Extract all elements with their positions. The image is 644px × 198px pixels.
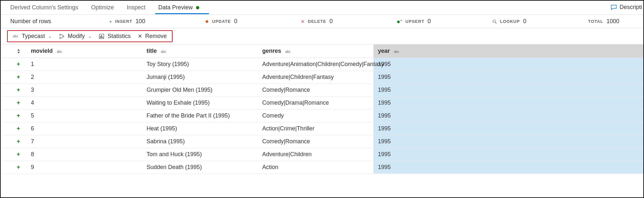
data-table: movieId abc title abc genres abc year ab… xyxy=(1,44,643,174)
cell-movieId: 7 xyxy=(26,135,142,148)
bar-chart-icon xyxy=(99,33,104,39)
cell-year: 1995 xyxy=(373,135,643,148)
plus-icon: + xyxy=(17,99,20,106)
tab-optimize[interactable]: Optimize xyxy=(88,1,124,14)
status-dot-icon xyxy=(196,6,199,9)
type-badge: abc xyxy=(285,50,291,53)
cell-movieId: 6 xyxy=(26,122,142,135)
cell-title: Waiting to Exhale (1995) xyxy=(142,97,258,109)
table-row[interactable]: +7Sabrina (1995)Comedy|Romance1995 xyxy=(1,135,643,148)
stat-name: TOTAL xyxy=(588,19,603,24)
cell-genres: Comedy|Romance xyxy=(258,135,373,148)
stat-value: 0 xyxy=(329,18,333,25)
tab-inspect[interactable]: Inspect xyxy=(124,1,155,14)
header-label: movieId xyxy=(31,48,53,54)
column-header-title[interactable]: title abc xyxy=(142,44,258,58)
column-header-genres[interactable]: genres abc xyxy=(258,44,373,58)
table-row[interactable]: +1Toy Story (1995)Adventure|Animation|Ch… xyxy=(1,58,643,71)
toolbar-wrap: abc Typecast ⌄ Modify ⌄ Statistics ✕ Rem… xyxy=(1,28,643,44)
cell-movieId: 4 xyxy=(26,97,142,109)
table-row[interactable]: +9Sudden Death (1995)Action1995 xyxy=(1,161,643,174)
sun-plus-icon: ✹+ xyxy=(397,19,402,24)
expand-cell[interactable]: + xyxy=(1,97,26,109)
expand-cell[interactable]: + xyxy=(1,84,26,97)
stat-update: ✹ UPDATE 0 xyxy=(205,18,285,25)
stat-lookup: LOOKUP 0 xyxy=(492,18,573,25)
search-icon xyxy=(492,19,497,24)
description-button[interactable]: Descripti xyxy=(611,4,642,11)
sun-icon: ✹ xyxy=(205,19,209,24)
cell-genres: Comedy|Drama|Romance xyxy=(258,97,373,109)
stat-name: UPSERT xyxy=(406,19,425,24)
description-label: Descripti xyxy=(620,4,642,11)
column-header-year[interactable]: year abc xyxy=(373,44,643,58)
header-label: genres xyxy=(262,48,281,54)
stat-value: 0 xyxy=(234,18,237,25)
plus-icon: + xyxy=(17,138,20,145)
cell-movieId: 2 xyxy=(26,71,142,84)
cell-title: Tom and Huck (1995) xyxy=(142,148,258,161)
typecast-button[interactable]: abc Typecast ⌄ xyxy=(13,33,52,40)
cell-year: 1995 xyxy=(373,84,643,97)
stat-insert: + INSERT 100 xyxy=(109,18,190,25)
cell-title: Sudden Death (1995) xyxy=(142,161,258,174)
table-row[interactable]: +3Grumpier Old Men (1995)Comedy|Romance1… xyxy=(1,84,643,97)
cell-genres: Action xyxy=(258,161,373,174)
plus-icon: + xyxy=(17,61,20,67)
cell-movieId: 9 xyxy=(26,161,142,174)
remove-button[interactable]: ✕ Remove xyxy=(138,33,167,40)
x-icon: ✕ xyxy=(138,33,142,39)
cell-year: 1995 xyxy=(373,58,643,71)
tab-bar: Derived Column's Settings Optimize Inspe… xyxy=(1,1,643,15)
table-row[interactable]: +5Father of the Bride Part II (1995)Come… xyxy=(1,109,643,122)
x-icon: ✕ xyxy=(301,19,305,24)
expand-cell[interactable]: + xyxy=(1,109,26,122)
cell-year: 1995 xyxy=(373,109,643,122)
tab-derived-column-settings[interactable]: Derived Column's Settings xyxy=(7,1,88,14)
stat-name: DELETE xyxy=(308,19,326,24)
stat-upsert: ✹+ UPSERT 0 xyxy=(397,18,477,25)
expand-cell[interactable]: + xyxy=(1,71,26,84)
cell-title: Father of the Bride Part II (1995) xyxy=(142,109,258,122)
cell-genres: Comedy xyxy=(258,109,373,122)
header-label: year xyxy=(378,48,390,54)
expand-cell[interactable]: + xyxy=(1,58,26,71)
cell-movieId: 8 xyxy=(26,148,142,161)
remove-label: Remove xyxy=(145,33,167,40)
comment-icon xyxy=(611,5,617,10)
cell-title: Toy Story (1995) xyxy=(142,58,258,71)
table-row[interactable]: +2Jumanji (1995)Adventure|Children|Fanta… xyxy=(1,71,643,84)
expand-cell[interactable]: + xyxy=(1,122,26,135)
expand-cell[interactable]: + xyxy=(1,135,26,148)
stat-name: LOOKUP xyxy=(500,19,520,24)
cell-genres: Comedy|Romance xyxy=(258,84,373,97)
cell-year: 1995 xyxy=(373,97,643,109)
stat-name: UPDATE xyxy=(212,19,231,24)
modify-label: Modify xyxy=(68,33,85,40)
cell-year: 1995 xyxy=(373,161,643,174)
plus-icon: + xyxy=(17,125,20,132)
cell-year: 1995 xyxy=(373,71,643,84)
statistics-button[interactable]: Statistics xyxy=(99,33,131,40)
table-row[interactable]: +8Tom and Huck (1995)Adventure|Children1… xyxy=(1,148,643,161)
stat-value: 0 xyxy=(428,18,431,25)
expand-cell[interactable]: + xyxy=(1,148,26,161)
tab-data-preview[interactable]: Data Preview xyxy=(155,1,209,14)
modify-button[interactable]: Modify ⌄ xyxy=(59,33,92,40)
cell-title: Grumpier Old Men (1995) xyxy=(142,84,258,97)
column-header-movieId[interactable]: movieId abc xyxy=(26,44,142,58)
cell-genres: Adventure|Animation|Children|Comedy|Fant… xyxy=(258,58,373,71)
svg-line-1 xyxy=(495,22,496,24)
table-row[interactable]: +6Heat (1995)Action|Crime|Thriller1995 xyxy=(1,122,643,135)
cell-year: 1995 xyxy=(373,122,643,135)
statistics-label: Statistics xyxy=(108,33,131,40)
sort-icon xyxy=(17,49,22,53)
cell-genres: Action|Crime|Thriller xyxy=(258,122,373,135)
cell-movieId: 1 xyxy=(26,58,142,71)
table-row[interactable]: +4Waiting to Exhale (1995)Comedy|Drama|R… xyxy=(1,97,643,109)
sort-header[interactable] xyxy=(1,44,26,58)
expand-cell[interactable]: + xyxy=(1,161,26,174)
cell-genres: Adventure|Children xyxy=(258,148,373,161)
cell-title: Sabrina (1995) xyxy=(142,135,258,148)
svg-point-4 xyxy=(63,36,64,37)
